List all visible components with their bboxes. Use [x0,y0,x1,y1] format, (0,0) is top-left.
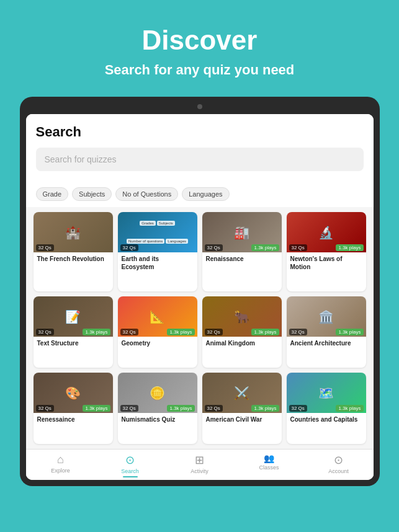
quiz-title: Geometry [118,337,197,351]
quiz-thumbnail: 📐32 Qs1.3k plays [118,296,197,337]
quiz-badges: 32 Qs1.3k plays [287,404,366,413]
nav-explore[interactable]: ⌂ Explore [26,453,96,477]
plays-badge: 1.3k plays [167,329,194,335]
bottom-nav: ⌂ Explore ⊙ Search ⊞ Activity 👥 Classes [26,449,374,480]
nav-account-label: Account [328,468,349,474]
filter-bar: Grade Subjects No of Questions Languages [26,184,374,207]
quiz-thumbnail: GradesSubjectsNumber of questionsLanguag… [118,212,197,252]
quiz-badges: 32 Qs1.3k plays [34,327,113,337]
hero-title: Discover [12,25,387,56]
quiz-card[interactable]: 📐32 Qs1.3k playsGeometry [118,296,197,368]
quiz-card[interactable]: 🎨32 Qs1.3k playsRenessaince [34,373,113,444]
classes-icon: 👥 [264,453,274,463]
quiz-title: Text Structure [34,337,113,351]
quiz-thumbnail: 📝32 Qs1.3k plays [34,296,113,337]
quiz-card[interactable]: ⚔️32 Qs1.3k playsAmerican Civil War [202,373,282,444]
quiz-badges: 32 Qs1.3k plays [202,243,282,252]
plays-badge: 1.3k plays [336,244,363,251]
quiz-thumbnail: 🐂32 Qs1.3k plays [202,296,282,337]
quiz-badges: 32 Qs [34,243,113,252]
search-input[interactable]: Search for quizzes [36,148,364,171]
quiz-card[interactable]: 📝32 Qs1.3k playsText Structure [34,296,113,368]
activity-icon: ⊞ [195,453,204,467]
nav-account[interactable]: ⊙ Account [304,453,374,477]
hero-subtitle: Search for any quiz you need [12,62,387,78]
quiz-title: Ancient Architecture [287,337,366,351]
quiz-thumbnail: 🎨32 Qs1.3k plays [34,373,113,413]
search-header: Search Search for quizzes [26,114,374,184]
qs-badge: 32 Qs [289,329,307,335]
quiz-card[interactable]: 🔬32 Qs1.3k playsNewton's Laws of Motion [287,212,366,291]
explore-icon: ⌂ [57,453,64,466]
quiz-title: The French Revolution [34,252,113,267]
quiz-thumbnail: ⚔️32 Qs1.3k plays [202,373,282,413]
quiz-title: Newton's Laws of Motion [287,252,366,275]
quiz-title: Countries and Capitals [287,413,366,427]
filter-subjects[interactable]: Subjects [72,187,112,201]
search-placeholder: Search for quizzes [45,154,117,164]
plays-badge: 1.3k plays [83,329,110,335]
quiz-thumbnail: 🏭32 Qs1.3k plays [202,212,282,252]
account-icon: ⊙ [334,453,343,467]
search-active-indicator [123,476,138,477]
nav-search-label: Search [121,468,139,474]
quiz-card[interactable]: GradesSubjectsNumber of questionsLanguag… [118,212,197,291]
nav-activity-label: Activity [191,468,208,474]
quiz-title: American Civil War [202,413,282,427]
tablet-screen: Search Search for quizzes Grade Subjects… [26,114,374,480]
quiz-card[interactable]: 🐂32 Qs1.3k playsAnimal Kingdom [202,296,282,368]
tablet-frame: Search Search for quizzes Grade Subjects… [20,97,380,486]
quiz-badges: 32 Qs1.3k plays [118,327,197,337]
plays-badge: 1.3k plays [251,329,279,335]
quiz-thumbnail: 🏰32 Qs [34,212,113,252]
plays-badge: 1.3k plays [167,405,194,412]
quiz-title: Animal Kingdom [202,337,282,351]
qs-badge: 32 Qs [205,329,223,335]
quiz-badges: 32 Qs [118,243,197,252]
qs-badge: 32 Qs [120,405,138,412]
quiz-card[interactable]: 🏰32 QsThe French Revolution [34,212,113,291]
qs-badge: 32 Qs [289,244,307,251]
plays-badge: 1.3k plays [336,329,363,335]
quiz-badges: 32 Qs1.3k plays [118,404,197,413]
quiz-card[interactable]: 🗺️32 Qs1.3k playsCountries and Capitals [287,373,366,444]
quiz-thumbnail: 🗺️32 Qs1.3k plays [287,373,366,413]
qs-badge: 32 Qs [36,244,54,251]
page-title: Search [36,124,364,140]
search-icon: ⊙ [125,453,135,467]
filter-languages[interactable]: Languages [182,187,229,201]
qs-badge: 32 Qs [36,405,54,412]
plays-badge: 1.3k plays [83,405,110,412]
quiz-card[interactable]: 🏛️32 Qs1.3k playsAncient Architecture [287,296,366,368]
quiz-grid: 🏰32 QsThe French RevolutionGradesSubject… [26,207,374,449]
quiz-badges: 32 Qs1.3k plays [202,327,282,337]
quiz-title: Renessaince [34,413,113,427]
quiz-thumbnail: 🪙32 Qs1.3k plays [118,373,197,413]
plays-badge: 1.3k plays [251,244,279,251]
plays-badge: 1.3k plays [336,405,363,412]
quiz-badges: 32 Qs1.3k plays [287,327,366,337]
qs-badge: 32 Qs [36,329,54,335]
quiz-title: Earth and its Ecosystem [118,252,197,275]
tablet-camera [197,104,202,109]
qs-badge: 32 Qs [205,405,223,412]
nav-activity[interactable]: ⊞ Activity [165,453,235,477]
qs-badge: 32 Qs [120,329,138,335]
qs-badge: 32 Qs [289,405,307,412]
nav-classes-label: Classes [259,464,279,471]
nav-explore-label: Explore [51,468,70,474]
app-content: Search Search for quizzes Grade Subjects… [26,114,374,480]
qs-badge: 32 Qs [205,244,223,251]
quiz-thumbnail: 🔬32 Qs1.3k plays [287,212,366,252]
plays-badge: 1.3k plays [251,405,279,412]
quiz-badges: 32 Qs1.3k plays [202,404,282,413]
quiz-title: Numismatics Quiz [118,413,197,427]
quiz-badges: 32 Qs1.3k plays [34,404,113,413]
quiz-card[interactable]: 🪙32 Qs1.3k playsNumismatics Quiz [118,373,197,444]
filter-questions[interactable]: No of Questions [115,187,178,201]
nav-search[interactable]: ⊙ Search [96,453,165,477]
quiz-card[interactable]: 🏭32 Qs1.3k playsRenaissance [202,212,282,291]
quiz-title: Renaissance [202,252,282,267]
nav-classes[interactable]: 👥 Classes [235,453,304,477]
filter-grade[interactable]: Grade [36,187,69,201]
